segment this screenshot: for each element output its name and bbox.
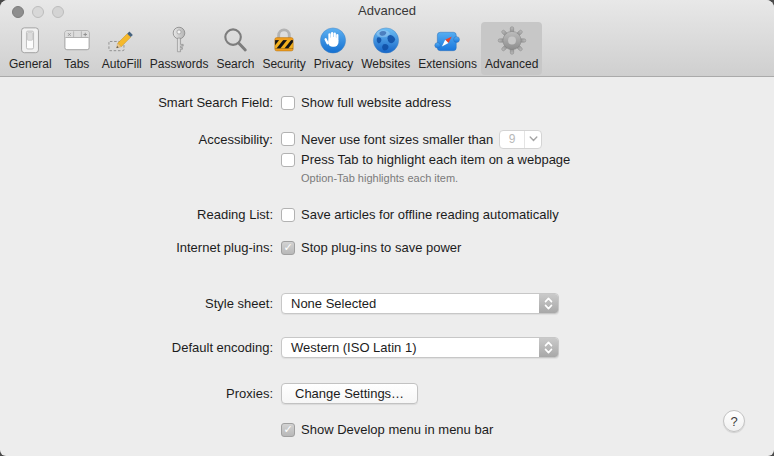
style-sheet-select[interactable]: None Selected [281, 293, 559, 314]
globe-icon [369, 24, 403, 56]
toolbar-item-general[interactable]: General [5, 22, 56, 75]
smart-search-row: Smart Search Field: Show full website ad… [0, 93, 774, 112]
toolbar-item-websites[interactable]: Websites [357, 22, 414, 75]
default-encoding-control: Western (ISO Latin 1) [281, 337, 559, 358]
change-settings-button[interactable]: Change Settings… [281, 383, 418, 404]
puzzle-icon [431, 24, 465, 56]
style-sheet-value: None Selected [282, 296, 539, 311]
toolbar-item-search[interactable]: Search [212, 22, 258, 75]
tabs-window-icon [60, 24, 94, 56]
smart-search-label: Smart Search Field: [0, 95, 273, 110]
accessibility-label: Accessibility: [0, 132, 273, 147]
toolbar-item-extensions[interactable]: Extensions [414, 22, 481, 75]
default-encoding-label: Default encoding: [0, 340, 273, 355]
show-full-address-checkbox[interactable] [281, 96, 295, 110]
font-size-control: Never use font sizes smaller than 9 [281, 130, 542, 149]
toolbar-item-label: Security [262, 57, 305, 71]
toolbar-item-label: Tabs [64, 57, 89, 71]
toolbar-item-label: Search [216, 57, 254, 71]
titlebar[interactable]: Advanced [0, 0, 774, 21]
show-develop-menu-option-label[interactable]: Show Develop menu in menu bar [301, 422, 493, 437]
press-tab-checkbox[interactable] [281, 153, 295, 167]
font-size-dropdown[interactable]: 9 [499, 130, 542, 149]
show-develop-menu-checkbox[interactable] [281, 423, 295, 437]
toolbar-item-label: Passwords [150, 57, 209, 71]
toolbar-item-tabs[interactable]: Tabs [56, 22, 98, 75]
font-size-checkbox[interactable] [281, 132, 295, 146]
proxies-label: Proxies: [0, 386, 273, 401]
advanced-pane: Smart Search Field: Show full website ad… [0, 77, 774, 439]
pencil-icon [105, 24, 139, 56]
magnifier-icon [218, 24, 252, 56]
light-switch-icon [13, 24, 47, 56]
toolbar-item-label: Websites [361, 57, 410, 71]
toolbar-item-label: General [9, 57, 52, 71]
accessibility-note-row: Option-Tab highlights each item. [0, 171, 774, 185]
smart-search-control: Show full website address [281, 95, 451, 110]
default-encoding-value: Western (ISO Latin 1) [282, 340, 539, 355]
minimize-button[interactable] [32, 6, 44, 18]
help-button[interactable]: ? [723, 410, 745, 432]
develop-menu-control: Show Develop menu in menu bar [281, 422, 493, 437]
internet-plugins-row: Internet plug-ins: Stop plug-ins to save… [0, 238, 774, 257]
proxies-row: Proxies: Change Settings… [0, 382, 774, 404]
updown-chevrons-icon [539, 338, 558, 357]
preferences-toolbar: General Tabs [0, 21, 774, 75]
plugins-control: Stop plug-ins to save power [281, 240, 461, 255]
toolbar-item-autofill[interactable]: AutoFill [98, 22, 146, 75]
tab-highlight-control: Press Tab to highlight each item on a we… [281, 152, 570, 167]
reading-list-label: Reading List: [0, 207, 273, 222]
stop-hand-icon [316, 24, 350, 56]
proxies-control: Change Settings… [281, 383, 418, 404]
toolbar-item-label: Extensions [418, 57, 477, 71]
toolbar-item-advanced[interactable]: Advanced [481, 22, 542, 75]
internet-plugins-label: Internet plug-ins: [0, 240, 273, 255]
font-size-value: 9 [500, 132, 524, 146]
close-button[interactable] [12, 6, 24, 18]
toolbar-item-label: Privacy [314, 57, 353, 71]
stop-plugins-checkbox[interactable] [281, 241, 295, 255]
chevron-down-icon [524, 131, 541, 148]
toolbar-item-security[interactable]: Security [258, 22, 309, 75]
window-title: Advanced [358, 3, 416, 18]
save-articles-checkbox[interactable] [281, 208, 295, 222]
style-sheet-label: Style sheet: [0, 296, 273, 311]
show-full-address-option-label[interactable]: Show full website address [301, 95, 451, 110]
style-sheet-control: None Selected [281, 293, 559, 314]
option-tab-note: Option-Tab highlights each item. [301, 172, 458, 184]
toolbar-item-label: AutoFill [102, 57, 142, 71]
toolbar-item-label: Advanced [485, 57, 538, 71]
window-chrome: Advanced General [0, 0, 774, 77]
default-encoding-row: Default encoding: Western (ISO Latin 1) [0, 337, 774, 358]
font-size-option-label[interactable]: Never use font sizes smaller than [301, 132, 493, 147]
traffic-lights [12, 6, 64, 18]
style-sheet-row: Style sheet: None Selected [0, 293, 774, 314]
toolbar-item-privacy[interactable]: Privacy [310, 22, 357, 75]
toolbar-item-passwords[interactable]: Passwords [146, 22, 213, 75]
press-tab-option-label[interactable]: Press Tab to highlight each item on a we… [301, 152, 570, 167]
develop-menu-row: Show Develop menu in menu bar [0, 420, 774, 439]
note-wrap: Option-Tab highlights each item. [281, 172, 458, 184]
accessibility-row-1: Accessibility: Never use font sizes smal… [0, 129, 774, 149]
padlock-icon [267, 24, 301, 56]
safari-preferences-window: Advanced General [0, 0, 774, 456]
updown-chevrons-icon [539, 294, 558, 313]
accessibility-row-2: Press Tab to highlight each item on a we… [0, 150, 774, 169]
save-articles-option-label[interactable]: Save articles for offline reading automa… [301, 207, 559, 222]
reading-list-control: Save articles for offline reading automa… [281, 207, 559, 222]
zoom-button[interactable] [52, 6, 64, 18]
default-encoding-select[interactable]: Western (ISO Latin 1) [281, 337, 559, 358]
key-icon [162, 24, 196, 56]
reading-list-row: Reading List: Save articles for offline … [0, 205, 774, 224]
stop-plugins-option-label[interactable]: Stop plug-ins to save power [301, 240, 461, 255]
gear-icon [495, 24, 529, 56]
